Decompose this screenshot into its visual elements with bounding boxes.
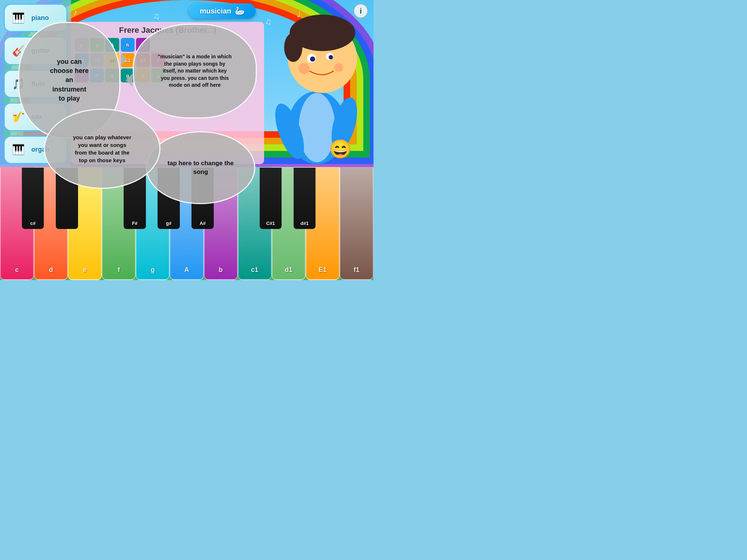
- white-key-b-label: b: [219, 266, 223, 274]
- white-key-a-label: A: [185, 266, 189, 274]
- key-c[interactable]: c# c: [0, 167, 34, 280]
- keys-tooltip: you can play whatever you want or songs …: [44, 109, 160, 189]
- black-key-cs1[interactable]: C#1: [260, 168, 282, 229]
- black-key-ds1-label: d#1: [301, 221, 309, 226]
- white-key-c-label: c: [15, 266, 19, 274]
- musician-label: musician: [200, 7, 232, 15]
- white-key-e-label: e: [83, 266, 87, 274]
- keys-tooltip-text: you can play whatever you want or songs …: [73, 133, 131, 164]
- svg-point-8: [329, 55, 333, 59]
- white-key-c1-label: c1: [251, 266, 258, 274]
- black-key-cs[interactable]: c#: [22, 168, 44, 229]
- white-key-f-label: f: [118, 266, 120, 274]
- piano-icon: 🎹: [8, 8, 28, 28]
- song-tooltip[interactable]: tap here to change the song: [146, 131, 255, 204]
- black-key-cs1-label: C#1: [266, 221, 275, 226]
- white-key-e1-label: E1: [318, 266, 326, 274]
- white-key-d-label: d: [49, 266, 53, 274]
- black-key-gs-label: g#: [166, 221, 171, 226]
- musician-tooltip: "musician" is a mode in which the piano …: [133, 24, 257, 118]
- black-key-cs-label: c#: [30, 221, 35, 226]
- emoji-face: 😄: [329, 139, 352, 160]
- song-tooltip-text: tap here to change the song: [167, 159, 233, 176]
- black-key-ds1[interactable]: d#1: [294, 168, 316, 229]
- top-bar: musician 🦢: [71, 0, 374, 22]
- svg-point-10: [334, 63, 343, 72]
- piano-label: piano: [31, 14, 49, 22]
- white-key-g-label: g: [151, 266, 155, 274]
- svg-point-7: [310, 57, 315, 62]
- musician-button[interactable]: musician 🦢: [189, 3, 256, 19]
- instrument-tooltip-text: you can choose here an instrument to pla…: [50, 57, 89, 103]
- black-key-as-label: A#: [200, 221, 206, 226]
- note-cell[interactable]: h: [121, 38, 135, 52]
- svg-point-4: [284, 33, 302, 62]
- musician-icon: 🦢: [235, 6, 245, 16]
- musician-tooltip-text: "musician" is a mode in which the piano …: [158, 53, 232, 89]
- info-button[interactable]: i: [353, 4, 368, 18]
- black-key-fs-label: F#: [132, 221, 138, 226]
- svg-point-9: [299, 63, 310, 74]
- white-key-f1-label: f1: [353, 266, 359, 274]
- white-key-d1-label: d1: [285, 266, 293, 274]
- key-f1[interactable]: f1: [340, 167, 374, 280]
- organ-icon: 🎹: [8, 140, 28, 160]
